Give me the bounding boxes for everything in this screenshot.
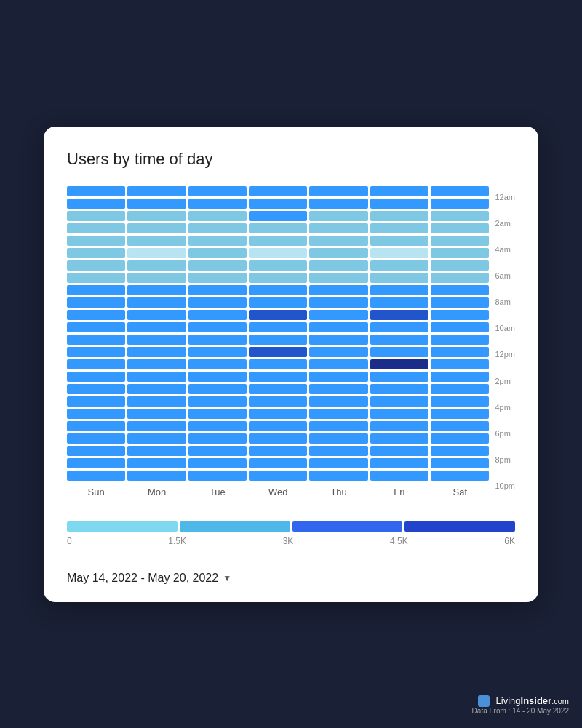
heatmap-cell[interactable] — [431, 335, 489, 345]
heatmap-cell[interactable] — [249, 297, 307, 308]
heatmap-cell[interactable] — [309, 335, 367, 345]
heatmap-cell[interactable] — [127, 310, 186, 320]
heatmap-cell[interactable] — [127, 471, 186, 481]
heatmap-cell[interactable] — [431, 433, 489, 444]
heatmap-cell[interactable] — [127, 186, 186, 196]
heatmap-cell[interactable] — [309, 285, 367, 295]
heatmap-cell[interactable] — [370, 372, 428, 382]
heatmap-cell[interactable] — [431, 359, 489, 369]
heatmap-cell[interactable] — [188, 310, 247, 320]
heatmap-cell[interactable] — [309, 446, 367, 456]
heatmap-cell[interactable] — [431, 248, 489, 258]
heatmap-cell[interactable] — [188, 347, 247, 357]
heatmap-cell[interactable] — [67, 347, 125, 357]
heatmap-cell[interactable] — [249, 322, 307, 332]
heatmap-cell[interactable] — [127, 347, 186, 357]
heatmap-cell[interactable] — [370, 384, 428, 394]
heatmap-cell[interactable] — [127, 322, 186, 332]
heatmap-cell[interactable] — [431, 236, 489, 246]
heatmap-cell[interactable] — [370, 199, 428, 209]
heatmap-cell[interactable] — [249, 409, 307, 419]
heatmap-cell[interactable] — [431, 347, 489, 357]
heatmap-cell[interactable] — [309, 409, 367, 419]
heatmap-cell[interactable] — [249, 211, 307, 221]
heatmap-cell[interactable] — [309, 471, 367, 481]
heatmap-cell[interactable] — [127, 285, 186, 295]
heatmap-cell[interactable] — [67, 335, 125, 345]
heatmap-cell[interactable] — [370, 223, 428, 233]
heatmap-cell[interactable] — [431, 186, 489, 196]
heatmap-cell[interactable] — [309, 347, 367, 357]
heatmap-cell[interactable] — [309, 372, 367, 382]
heatmap-cell[interactable] — [67, 260, 125, 271]
heatmap-cell[interactable] — [309, 211, 367, 221]
heatmap-cell[interactable] — [67, 273, 125, 283]
heatmap-cell[interactable] — [188, 335, 247, 345]
heatmap-cell[interactable] — [370, 458, 428, 468]
heatmap-cell[interactable] — [309, 322, 367, 332]
heatmap-cell[interactable] — [67, 384, 125, 394]
heatmap-cell[interactable] — [370, 409, 428, 419]
heatmap-cell[interactable] — [309, 359, 367, 369]
heatmap-cell[interactable] — [249, 223, 307, 233]
heatmap-cell[interactable] — [188, 236, 247, 246]
heatmap-cell[interactable] — [188, 186, 247, 196]
heatmap-cell[interactable] — [249, 285, 307, 295]
heatmap-cell[interactable] — [127, 335, 186, 345]
heatmap-cell[interactable] — [431, 372, 489, 382]
heatmap-cell[interactable] — [249, 433, 307, 444]
heatmap-cell[interactable] — [188, 273, 247, 283]
heatmap-cell[interactable] — [127, 359, 186, 369]
heatmap-cell[interactable] — [309, 433, 367, 444]
heatmap-cell[interactable] — [188, 223, 247, 233]
heatmap-cell[interactable] — [309, 297, 367, 308]
heatmap-cell[interactable] — [67, 186, 125, 196]
heatmap-cell[interactable] — [309, 248, 367, 258]
heatmap-cell[interactable] — [127, 248, 186, 258]
heatmap-cell[interactable] — [249, 310, 307, 320]
heatmap-cell[interactable] — [431, 273, 489, 283]
heatmap-cell[interactable] — [370, 347, 428, 357]
heatmap-cell[interactable] — [431, 458, 489, 468]
heatmap-cell[interactable] — [188, 359, 247, 369]
heatmap-cell[interactable] — [431, 310, 489, 320]
heatmap-cell[interactable] — [127, 273, 186, 283]
heatmap-cell[interactable] — [249, 273, 307, 283]
heatmap-cell[interactable] — [309, 199, 367, 209]
heatmap-cell[interactable] — [188, 471, 247, 481]
heatmap-cell[interactable] — [370, 322, 428, 332]
heatmap-cell[interactable] — [431, 199, 489, 209]
heatmap-cell[interactable] — [249, 248, 307, 258]
heatmap-cell[interactable] — [67, 223, 125, 233]
heatmap-cell[interactable] — [188, 446, 247, 456]
heatmap-cell[interactable] — [370, 310, 428, 320]
heatmap-cell[interactable] — [67, 236, 125, 246]
heatmap-cell[interactable] — [249, 260, 307, 271]
heatmap-cell[interactable] — [67, 211, 125, 221]
heatmap-cell[interactable] — [370, 248, 428, 258]
heatmap-cell[interactable] — [67, 471, 125, 481]
heatmap-cell[interactable] — [431, 285, 489, 295]
heatmap-cell[interactable] — [188, 396, 247, 407]
heatmap-cell[interactable] — [249, 359, 307, 369]
heatmap-cell[interactable] — [370, 186, 428, 196]
heatmap-cell[interactable] — [249, 421, 307, 431]
heatmap-cell[interactable] — [431, 223, 489, 233]
heatmap-cell[interactable] — [309, 396, 367, 407]
heatmap-cell[interactable] — [67, 433, 125, 444]
heatmap-cell[interactable] — [67, 310, 125, 320]
heatmap-cell[interactable] — [431, 396, 489, 407]
heatmap-cell[interactable] — [249, 372, 307, 382]
heatmap-cell[interactable] — [127, 199, 186, 209]
heatmap-cell[interactable] — [309, 273, 367, 283]
heatmap-cell[interactable] — [309, 260, 367, 271]
heatmap-cell[interactable] — [309, 236, 367, 246]
heatmap-cell[interactable] — [188, 433, 247, 444]
heatmap-cell[interactable] — [309, 223, 367, 233]
heatmap-cell[interactable] — [67, 359, 125, 369]
heatmap-cell[interactable] — [127, 297, 186, 308]
date-range-button[interactable]: May 14, 2022 - May 20, 2022 ▼ — [67, 572, 231, 585]
heatmap-cell[interactable] — [370, 297, 428, 308]
heatmap-cell[interactable] — [249, 384, 307, 394]
heatmap-cell[interactable] — [431, 421, 489, 431]
